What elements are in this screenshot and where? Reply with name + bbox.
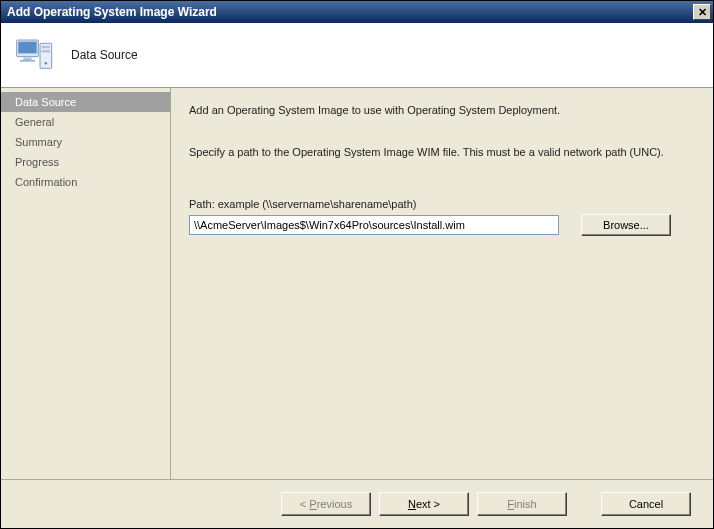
sidebar-item-confirmation[interactable]: Confirmation — [1, 172, 170, 192]
path-row: Browse... — [189, 214, 689, 236]
sidebar: Data Source General Summary Progress Con… — [1, 88, 171, 479]
sidebar-item-data-source[interactable]: Data Source — [1, 92, 170, 112]
browse-button-label: Browse... — [603, 219, 649, 231]
header-banner: Data Source — [1, 23, 713, 88]
svg-rect-3 — [20, 60, 35, 62]
sidebar-item-general[interactable]: General — [1, 112, 170, 132]
sidebar-item-label: Data Source — [15, 96, 76, 108]
titlebar: Add Operating System Image Wizard ✕ — [1, 1, 713, 23]
sidebar-item-label: General — [15, 116, 54, 128]
next-button[interactable]: Next > — [379, 492, 469, 516]
path-label: Path: example (\\servername\sharename\pa… — [189, 198, 689, 210]
close-button[interactable]: ✕ — [693, 4, 711, 20]
path-input[interactable] — [189, 215, 559, 235]
previous-button: < Previous — [281, 492, 371, 516]
page-title: Data Source — [71, 48, 138, 62]
svg-rect-2 — [23, 58, 31, 61]
finish-button: Finish — [477, 492, 567, 516]
cancel-button[interactable]: Cancel — [601, 492, 691, 516]
sidebar-item-label: Confirmation — [15, 176, 77, 188]
intro-text: Add an Operating System Image to use wit… — [189, 104, 689, 116]
wizard-footer: < Previous Next > Finish Cancel — [1, 479, 713, 528]
svg-point-7 — [45, 62, 47, 65]
wizard-body: Data Source General Summary Progress Con… — [1, 88, 713, 479]
sidebar-item-label: Summary — [15, 136, 62, 148]
svg-rect-1 — [18, 42, 36, 54]
sidebar-item-summary[interactable]: Summary — [1, 132, 170, 152]
browse-button[interactable]: Browse... — [581, 214, 671, 236]
instruction-text: Specify a path to the Operating System I… — [189, 146, 689, 158]
sidebar-item-label: Progress — [15, 156, 59, 168]
svg-rect-5 — [42, 46, 50, 49]
wizard-window: Add Operating System Image Wizard ✕ Data… — [0, 0, 714, 529]
computer-icon — [15, 35, 55, 75]
window-title: Add Operating System Image Wizard — [7, 5, 693, 19]
svg-rect-6 — [42, 50, 50, 53]
content-panel: Add an Operating System Image to use wit… — [171, 88, 713, 479]
sidebar-item-progress[interactable]: Progress — [1, 152, 170, 172]
